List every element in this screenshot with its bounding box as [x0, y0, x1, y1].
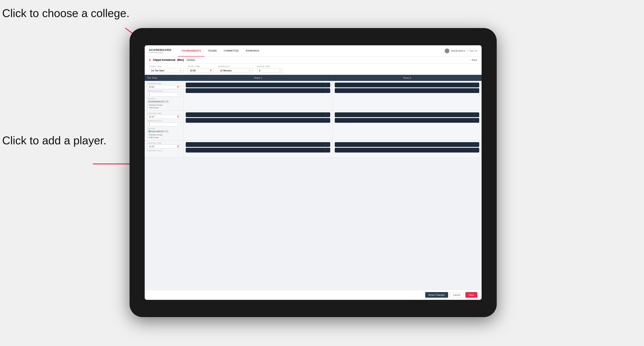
player-slot-1-2[interactable]: ✕ ⋮ — [186, 88, 330, 93]
x-icon-7[interactable]: ✕ — [474, 114, 475, 116]
chevron-icon-slot-5[interactable]: ⋮ — [327, 114, 329, 116]
separator: | — [467, 50, 468, 52]
chevron-icon-slot-2[interactable]: ⋮ — [327, 90, 329, 92]
group-left-3: STARTING TIME: 10:20 ⏰ STARTING HOLE: — [145, 141, 184, 158]
sub-header: C Clippd Invitational (Men) Hosting ‹ Ba… — [145, 56, 482, 64]
x-icon-10[interactable]: ✕ — [324, 149, 326, 151]
chevron-down-icon-2: ▼ — [249, 70, 251, 72]
chevron-icon-2: ▼ — [177, 123, 179, 126]
player-slot-1-1[interactable]: ✕ ⋮ — [186, 83, 330, 87]
team2-slots-2: ✕ ⋮ ✕ ⋮ — [332, 111, 482, 140]
start-time-select[interactable]: 10:00 ⏰ — [188, 68, 214, 73]
plus-icon-2: + — [147, 136, 148, 139]
clock-icon-2: ⏰ — [177, 116, 179, 118]
chevron-icon-slot-8[interactable]: ⋮ — [476, 119, 478, 121]
start-type-select[interactable]: 1st Tee Start ▼ — [149, 68, 184, 73]
tab-committee[interactable]: COMMITTEE — [220, 45, 242, 56]
cancel-button[interactable]: Cancel — [450, 292, 464, 298]
starting-time-label-1: STARTING TIME: — [147, 83, 181, 85]
x-icon-12[interactable]: ✕ — [474, 149, 475, 151]
player-slot-6-2[interactable]: ✕ ⋮ — [335, 148, 479, 153]
starting-time-label-3: STARTING TIME: — [147, 142, 181, 144]
back-button[interactable]: ‹ Back — [470, 59, 477, 61]
course-tag-2[interactable]: 🌐 East Lake GC × ▼ — [147, 130, 169, 133]
team1-slots-2: ✕ ⋮ ✕ ⋮ — [184, 111, 332, 140]
group-left-2: STARTING TIME: 10:10 ⏰ STARTING HOLE: 1 … — [145, 111, 184, 140]
player-slot-2-2[interactable]: ✕ ⋮ — [335, 88, 479, 93]
main-content[interactable]: STARTING TIME: 10:00 ⏰ STARTING HOLE: 1 … — [145, 81, 482, 290]
starting-time-field-2[interactable]: 10:10 ⏰ — [147, 115, 181, 119]
chevron-icon-slot-11[interactable]: ⋮ — [476, 144, 478, 146]
starting-time-field-1[interactable]: 10:00 ⏰ — [147, 85, 181, 89]
add-group-1[interactable]: + Add Group — [147, 107, 181, 109]
logo-subtitle: Powered by clippd — [149, 52, 172, 53]
group-size-select[interactable]: 3 ▼ — [257, 68, 283, 73]
player-slot-3-1[interactable]: ✕ ⋮ — [186, 112, 330, 117]
table-header: Tee Time Team 1 Team 2 — [145, 75, 482, 81]
tab-tournaments[interactable]: TOURNAMENTS — [178, 45, 204, 56]
chevron-icon-slot-3[interactable]: ⋮ — [476, 84, 478, 86]
player-slot-4-2[interactable]: ✕ ⋮ — [335, 118, 479, 123]
x-icon-11[interactable]: ✕ — [474, 144, 475, 146]
team1-slots-1: ✕ ⋮ ✕ ⋮ — [184, 81, 332, 110]
reset-button[interactable]: Reset Changes — [425, 292, 448, 298]
course-label-1: COURSE: — [147, 98, 181, 100]
sign-out-link[interactable]: Sign out — [469, 50, 477, 52]
tab-rankings[interactable]: RANKINGS — [242, 45, 263, 56]
header-user: blair@clippd.io | Sign out — [445, 48, 477, 53]
course-tag-1[interactable]: (A) Peachtree GC × ▼ — [147, 100, 169, 103]
team1-slots-3: ✕ ⋮ ✕ ⋮ — [184, 141, 332, 158]
starting-hole-label-3: STARTING HOLE: — [147, 150, 181, 152]
starting-hole-field-2[interactable]: 1 ▼ — [147, 122, 181, 126]
settings-bar: Start Type 1st Tee Start ▼ Start Time 10… — [145, 64, 482, 75]
player-slot-6-1[interactable]: ✕ ⋮ — [335, 142, 479, 147]
annotation-college: Click to choose a college. — [2, 6, 130, 20]
nav-tabs: TOURNAMENTS TEAMS COMMITTEE RANKINGS — [178, 45, 445, 56]
hosting-badge: Hosting — [186, 58, 196, 61]
save-button[interactable]: Save — [466, 292, 477, 298]
starting-hole-field-1[interactable]: 1 ▼ — [147, 93, 181, 97]
remove-group-1[interactable]: ○ Remove Group — [147, 104, 181, 106]
group-size-group: Group Size 3 ▼ — [257, 65, 283, 73]
course-label-2: COURSE: — [147, 128, 181, 129]
clock-icon-3: ⏰ — [177, 146, 179, 148]
clock-icon: ⏰ — [210, 70, 212, 72]
player-slot-2-1[interactable]: ✕ ⋮ — [335, 83, 479, 87]
x-icon-2[interactable]: ✕ — [324, 90, 326, 92]
x-icon-6[interactable]: ✕ — [324, 119, 326, 121]
x-icon-9[interactable]: ✕ — [324, 144, 326, 146]
player-slot-5-1[interactable]: ✕ ⋮ — [186, 142, 330, 147]
remove-course-1[interactable]: × — [164, 101, 166, 103]
tab-teams[interactable]: TEAMS — [204, 45, 220, 56]
remove-group-2[interactable]: ○ Remove Group — [147, 134, 181, 136]
player-slot-4-1[interactable]: ✕ ⋮ — [335, 112, 479, 117]
starting-time-field-3[interactable]: 10:20 ⏰ — [147, 145, 181, 149]
intervals-select[interactable]: 10 Minutes ▼ — [218, 68, 253, 73]
course-tag-label-1: (A) Peachtree GC — [148, 101, 164, 103]
th-tee-time: Tee Time — [145, 75, 184, 81]
player-slot-5-2[interactable]: ✕ ⋮ — [186, 148, 330, 153]
course-expand-1[interactable]: ▼ — [166, 101, 168, 103]
chevron-icon-slot-1[interactable]: ⋮ — [327, 84, 329, 86]
x-icon-8[interactable]: ✕ — [474, 119, 475, 121]
intervals-group: Intervals 10 Minutes ▼ — [218, 65, 253, 73]
chevron-icon-slot-10[interactable]: ⋮ — [327, 149, 329, 151]
chevron-icon-slot-4[interactable]: ⋮ — [476, 90, 478, 92]
add-group-2[interactable]: + Add Group — [147, 136, 181, 139]
player-slot-3-2[interactable]: ✕ ⋮ — [186, 118, 330, 123]
remove-course-2[interactable]: × — [164, 130, 165, 133]
chevron-icon-slot-7[interactable]: ⋮ — [476, 114, 478, 116]
chevron-icon-slot-12[interactable]: ⋮ — [476, 149, 478, 151]
group-size-label: Group Size — [257, 65, 283, 67]
x-icon-4[interactable]: ✕ — [474, 90, 475, 92]
group-row-2: STARTING TIME: 10:10 ⏰ STARTING HOLE: 1 … — [145, 111, 482, 141]
x-icon-5[interactable]: ✕ — [324, 114, 326, 116]
course-expand-2[interactable]: ▼ — [166, 130, 168, 133]
chevron-icon-slot-9[interactable]: ⋮ — [327, 144, 329, 146]
plus-icon-1: + — [147, 107, 148, 109]
x-icon-3[interactable]: ✕ — [474, 84, 475, 86]
x-icon-1[interactable]: ✕ — [324, 84, 326, 86]
app-header: SCOREBOARD Powered by clippd TOURNAMENTS… — [145, 45, 482, 56]
course-tag-label-2: East Lake GC — [152, 130, 164, 133]
chevron-icon-slot-6[interactable]: ⋮ — [327, 119, 329, 121]
